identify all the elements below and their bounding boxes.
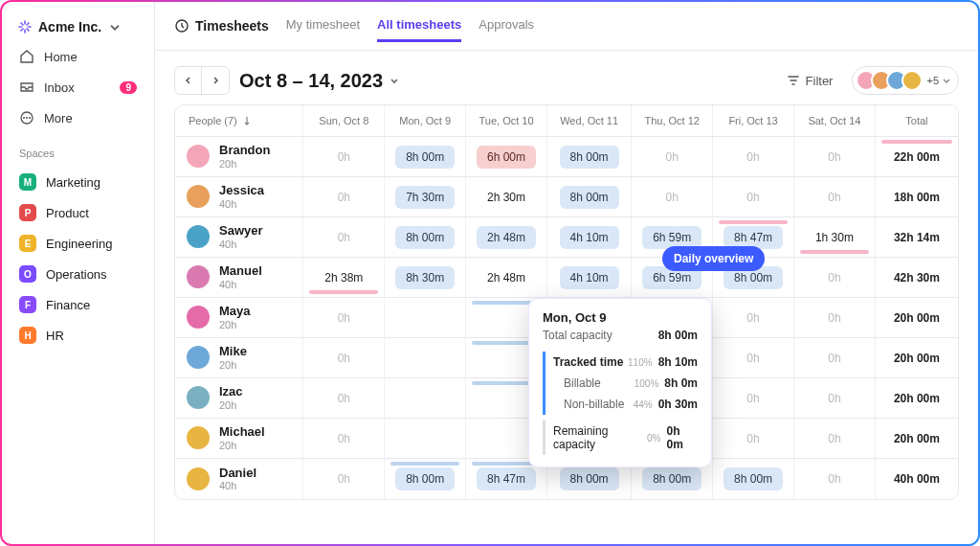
avatar xyxy=(187,225,210,248)
person-cell[interactable]: Daniel40h xyxy=(175,459,303,499)
space-item-finance[interactable]: FFinance xyxy=(10,289,146,320)
time-cell[interactable]: 8h 30m xyxy=(385,258,466,298)
time-cell[interactable]: 0h xyxy=(713,298,794,338)
time-cell[interactable]: 0h xyxy=(794,459,876,499)
col-people[interactable]: People (7) xyxy=(175,105,303,137)
date-range-picker[interactable]: Oct 8 – 14, 2023 xyxy=(239,70,400,92)
time-cell[interactable]: 8h 00m xyxy=(385,137,466,177)
avatar xyxy=(187,467,210,490)
avatar xyxy=(187,386,210,409)
main: Timesheets My timesheetAll timesheetsApp… xyxy=(155,2,978,544)
col-day-0[interactable]: Sun, Oct 8 xyxy=(303,105,385,137)
total-capacity-value: 8h 00m xyxy=(658,329,698,342)
col-day-2[interactable]: Tue, Oct 10 xyxy=(466,105,547,137)
time-cell[interactable]: 0h xyxy=(303,137,385,177)
time-cell[interactable]: 0h xyxy=(794,419,876,459)
inbox-icon xyxy=(19,80,34,95)
prev-week-button[interactable] xyxy=(175,67,202,94)
workspace-switcher[interactable]: Acme Inc. xyxy=(10,13,146,40)
time-cell[interactable]: 0h xyxy=(794,177,876,217)
person-cell[interactable]: Izac20h xyxy=(175,378,303,419)
time-cell[interactable]: 0h xyxy=(303,419,385,459)
col-day-3[interactable]: Wed, Oct 11 xyxy=(547,105,632,137)
time-cell[interactable]: 0h xyxy=(713,419,794,459)
time-cell[interactable]: 0h xyxy=(303,217,385,258)
col-day-1[interactable]: Mon, Oct 9 xyxy=(385,105,466,137)
time-cell[interactable]: 0h xyxy=(794,338,876,378)
time-cell[interactable]: 0h xyxy=(303,177,385,217)
time-cell[interactable]: 2h 48m xyxy=(466,258,547,298)
space-item-engineering[interactable]: EEngineering xyxy=(10,228,146,259)
time-cell[interactable]: 8h 00m xyxy=(547,177,632,217)
space-item-marketing[interactable]: MMarketing xyxy=(10,167,146,197)
avatar xyxy=(187,145,210,168)
time-cell[interactable]: 0h xyxy=(632,137,713,177)
time-cell[interactable]: 0h xyxy=(632,177,713,217)
space-item-operations[interactable]: OOperations xyxy=(10,259,146,289)
time-cell[interactable]: 2h 48m xyxy=(466,217,547,258)
time-cell[interactable] xyxy=(385,298,466,338)
time-cell[interactable]: 0h xyxy=(303,459,385,499)
time-cell[interactable]: 0h xyxy=(794,258,876,298)
page-title: Timesheets xyxy=(174,18,269,34)
person-cell[interactable]: Brandon20h xyxy=(175,137,303,177)
person-capacity: 20h xyxy=(219,440,265,451)
person-cell[interactable]: Maya20h xyxy=(175,298,303,338)
time-cell[interactable]: 8h 00m xyxy=(385,217,466,258)
person-name: Brandon xyxy=(219,144,270,157)
col-total[interactable]: Total xyxy=(876,105,958,137)
spaces-section-label: Spaces xyxy=(10,134,146,165)
nav-inbox[interactable]: Inbox 9 xyxy=(10,73,146,102)
time-cell[interactable]: 4h 10m xyxy=(547,258,632,298)
time-cell[interactable] xyxy=(385,338,466,378)
time-cell[interactable]: 0h xyxy=(303,338,385,378)
chevron-down-icon xyxy=(389,75,400,86)
time-cell[interactable]: 1h 30m xyxy=(794,217,876,258)
nav-more[interactable]: More xyxy=(10,103,146,132)
total-cell: 40h 00m xyxy=(876,459,958,499)
person-capacity: 20h xyxy=(219,359,247,371)
time-cell[interactable] xyxy=(385,378,466,419)
next-week-button[interactable] xyxy=(202,67,229,94)
person-cell[interactable]: Jessica40h xyxy=(175,177,303,217)
time-cell[interactable]: 2h 30m xyxy=(466,177,547,217)
total-cell: 20h 00m xyxy=(876,298,958,338)
filter-button[interactable]: Filter xyxy=(777,69,843,93)
person-cell[interactable]: Michael20h xyxy=(175,419,303,459)
time-cell[interactable]: 6h 00m xyxy=(466,137,547,177)
time-cell[interactable]: 8h 00m xyxy=(385,459,466,499)
person-capacity: 40h xyxy=(219,198,264,210)
time-cell[interactable]: 0h xyxy=(713,137,794,177)
person-cell[interactable]: Manuel40h xyxy=(175,258,303,298)
people-filter[interactable]: +5 xyxy=(852,66,959,95)
time-cell[interactable]: 8h 00m xyxy=(547,137,632,177)
space-item-product[interactable]: PProduct xyxy=(10,197,146,228)
time-cell[interactable]: 4h 10m xyxy=(547,217,632,258)
total-cell: 18h 00m xyxy=(876,177,958,217)
nav-home[interactable]: Home xyxy=(10,42,146,71)
time-cell[interactable]: 0h xyxy=(303,298,385,338)
time-cell[interactable]: 0h xyxy=(713,177,794,217)
time-cell[interactable]: 8h 00m xyxy=(713,459,794,499)
col-day-5[interactable]: Fri, Oct 13 xyxy=(713,105,794,137)
time-cell[interactable]: 0h xyxy=(794,298,876,338)
space-item-hr[interactable]: HHR xyxy=(10,320,146,351)
time-cell[interactable]: 0h xyxy=(794,137,876,177)
time-cell[interactable]: 0h xyxy=(303,378,385,419)
tab-my-timesheet[interactable]: My timesheet xyxy=(286,10,360,42)
time-cell[interactable] xyxy=(385,419,466,459)
time-cell[interactable]: 7h 30m xyxy=(385,177,466,217)
time-cell[interactable]: 0h xyxy=(794,378,876,419)
time-cell[interactable]: 0h xyxy=(713,378,794,419)
daily-overview-tooltip: Daily overview xyxy=(662,246,765,271)
person-cell[interactable]: Sawyer40h xyxy=(175,217,303,258)
nav-more-label: More xyxy=(44,111,73,125)
person-cell[interactable]: Mike20h xyxy=(175,338,303,378)
col-day-4[interactable]: Thu, Oct 12 xyxy=(632,105,713,137)
tab-approvals[interactable]: Approvals xyxy=(479,10,534,42)
col-day-6[interactable]: Sat, Oct 14 xyxy=(794,105,876,137)
time-cell[interactable]: 0h xyxy=(713,338,794,378)
time-cell[interactable]: 2h 38m xyxy=(303,258,385,298)
tab-all-timesheets[interactable]: All timesheets xyxy=(377,10,461,42)
avatar xyxy=(902,70,923,91)
